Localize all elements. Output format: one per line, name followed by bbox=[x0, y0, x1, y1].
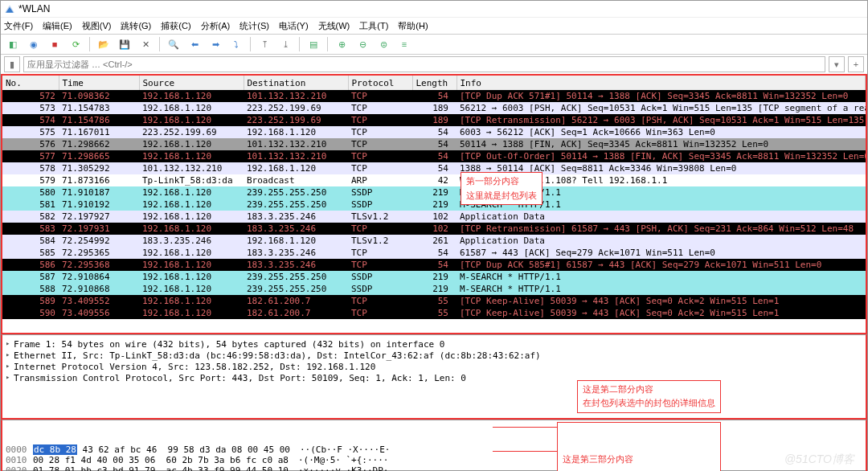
col-length[interactable]: Length bbox=[412, 76, 457, 90]
tb-resize[interactable]: ≡ bbox=[395, 35, 413, 53]
tb-zoomout[interactable]: ⊖ bbox=[354, 35, 371, 53]
col-info[interactable]: Info bbox=[457, 76, 866, 90]
annotation-3: 这是第三部分内容 左边的是封包报文的16进行数据形式 后边是16进制对应的ASC… bbox=[557, 422, 721, 471]
arrow-line bbox=[493, 427, 557, 428]
filter-bar: ▮ ▾ + bbox=[1, 55, 867, 74]
separator bbox=[299, 37, 300, 51]
packet-row[interactable]: 58973.409552192.168.1.120182.61.200.7TCP… bbox=[2, 295, 866, 307]
packet-row[interactable]: 58071.910187192.168.1.120239.255.255.250… bbox=[2, 186, 866, 199]
tree-item[interactable]: Transmission Control Protocol, Src Port:… bbox=[6, 373, 862, 383]
tb-zoom11[interactable]: ⊜ bbox=[375, 35, 392, 53]
packet-table: No. Time Source Destination Protocol Len… bbox=[2, 76, 866, 319]
toolbar: ◧ ◉ ■ ⟳ 📂 💾 ✕ 🔍 ⬅ ➡ ⤵ ⤒ ⤓ ▤ ⊕ ⊖ ⊜ ≡ bbox=[1, 35, 867, 55]
menu-item[interactable]: 视图(V) bbox=[82, 20, 112, 32]
menu-item[interactable]: 文件(F) bbox=[4, 20, 33, 32]
app-window: *WLAN 文件(F)编辑(E)视图(V)跳转(G)捕获(C)分析(A)统计(S… bbox=[0, 0, 868, 471]
separator bbox=[327, 37, 328, 51]
tb-first[interactable]: ⤒ bbox=[256, 35, 273, 53]
packet-row[interactable]: 58772.910864192.168.1.120239.255.255.250… bbox=[2, 271, 866, 283]
packet-row[interactable]: 59073.409556192.168.1.120182.61.200.7TCP… bbox=[2, 307, 866, 319]
menu-item[interactable]: 统计(S) bbox=[240, 20, 269, 32]
bookmark-icon[interactable]: ▮ bbox=[4, 56, 20, 72]
hex-line[interactable]: 001000 28 f1 4d 40 00 35 06 60 2b 7b 3a … bbox=[6, 455, 862, 465]
tb-autoscroll[interactable]: ▤ bbox=[305, 35, 322, 53]
tb-close[interactable]: ✕ bbox=[137, 35, 154, 53]
expression-button[interactable]: ▾ bbox=[829, 56, 845, 72]
col-proto[interactable]: Protocol bbox=[348, 76, 412, 90]
tb-restart[interactable]: ⟳ bbox=[67, 35, 84, 53]
menu-item[interactable]: 跳转(G) bbox=[121, 20, 151, 32]
anno1-line2: 这里就是封包列表 bbox=[466, 189, 537, 203]
packet-row[interactable]: 57371.154783192.168.1.120223.252.199.69T… bbox=[2, 102, 866, 114]
tb-find[interactable]: 🔍 bbox=[165, 35, 182, 53]
col-dest[interactable]: Destination bbox=[244, 76, 348, 90]
tb-open[interactable]: 📂 bbox=[95, 35, 113, 53]
menu-item[interactable]: 帮助(H) bbox=[398, 20, 428, 32]
table-header-row: No. Time Source Destination Protocol Len… bbox=[2, 76, 866, 90]
tree-item[interactable]: Frame 1: 54 bytes on wire (432 bits), 54… bbox=[6, 339, 862, 350]
menu-item[interactable]: 工具(T) bbox=[359, 20, 388, 32]
tb-goto[interactable]: ⤵ bbox=[227, 35, 245, 53]
tb-last[interactable]: ⤓ bbox=[276, 35, 294, 53]
col-time[interactable]: Time bbox=[59, 76, 139, 90]
packet-row[interactable]: 57771.298665192.168.1.120101.132.132.210… bbox=[2, 150, 866, 162]
tb-stop[interactable]: ■ bbox=[46, 35, 63, 53]
tb-start[interactable]: ◉ bbox=[25, 35, 43, 53]
app-icon bbox=[4, 3, 15, 14]
packet-row[interactable]: 57271.098362192.168.1.120101.132.132.210… bbox=[2, 90, 866, 102]
col-no[interactable]: No. bbox=[2, 76, 59, 90]
anno3-line1: 这是第三部分内容 bbox=[563, 453, 715, 467]
tb-next[interactable]: ➡ bbox=[207, 35, 224, 53]
separator bbox=[250, 37, 251, 51]
menu-item[interactable]: 分析(A) bbox=[201, 20, 231, 32]
annotation-2: 这是第二部分内容 在封包列表选中的封包的详细信息 bbox=[577, 380, 721, 413]
tree-item[interactable]: Ethernet II, Src: Tp-LinkT_58:d3:da (bc:… bbox=[6, 350, 862, 361]
tree-item[interactable]: Internet Protocol Version 4, Src: 123.58… bbox=[6, 362, 862, 372]
anno2-line1: 这是第二部分内容 bbox=[583, 383, 715, 397]
separator bbox=[159, 37, 160, 51]
hex-line[interactable]: 0000dc 8b 28 43 62 af bc 46 99 58 d3 da … bbox=[6, 444, 862, 455]
arrow-line bbox=[493, 451, 557, 452]
menubar: 文件(F)编辑(E)视图(V)跳转(G)捕获(C)分析(A)统计(S)电话(Y)… bbox=[1, 18, 867, 35]
packet-row[interactable]: 57971.873166Tp-LinkT_58:d3:daBroadcastAR… bbox=[2, 174, 866, 186]
packet-row[interactable]: 57871.305292101.132.132.210192.168.1.120… bbox=[2, 162, 866, 174]
title-text: *WLAN bbox=[18, 3, 50, 14]
plus-button[interactable]: + bbox=[848, 56, 864, 72]
packet-details-pane[interactable]: Frame 1: 54 bytes on wire (432 bits), 54… bbox=[1, 334, 867, 420]
packet-row[interactable]: 58272.197927192.168.1.120183.3.235.246TL… bbox=[2, 211, 866, 223]
packet-row[interactable]: 58872.910868192.168.1.120239.255.255.250… bbox=[2, 283, 866, 295]
anno1-line1: 第一部分内容 bbox=[466, 174, 537, 189]
packet-row[interactable]: 57571.167011223.252.199.69192.168.1.120T… bbox=[2, 126, 866, 138]
packet-row[interactable]: 58171.910192192.168.1.120239.255.255.250… bbox=[2, 199, 866, 211]
packet-row[interactable]: 58372.197931192.168.1.120183.3.235.246TC… bbox=[2, 223, 866, 235]
packet-row[interactable]: 58472.254992183.3.235.246192.168.1.120TL… bbox=[2, 235, 866, 247]
titlebar: *WLAN bbox=[1, 1, 867, 18]
separator bbox=[89, 37, 90, 51]
packet-row[interactable]: 58672.295368192.168.1.120183.3.235.246TC… bbox=[2, 259, 866, 271]
tb-zoomin[interactable]: ⊕ bbox=[333, 35, 350, 53]
menu-item[interactable]: 无线(W) bbox=[318, 20, 350, 32]
menu-item[interactable]: 电话(Y) bbox=[279, 20, 309, 32]
tb-prev[interactable]: ⬅ bbox=[186, 35, 203, 53]
tb-interfaces[interactable]: ◧ bbox=[4, 35, 22, 53]
annotation-1: 第一部分内容 这里就是封包列表 bbox=[461, 172, 542, 205]
packet-list-pane[interactable]: No. Time Source Destination Protocol Len… bbox=[1, 74, 867, 334]
anno2-line2: 在封包列表选中的封包的详细信息 bbox=[583, 396, 715, 411]
display-filter-input[interactable] bbox=[23, 56, 825, 72]
menu-item[interactable]: 编辑(E) bbox=[43, 20, 72, 32]
col-source[interactable]: Source bbox=[139, 76, 244, 90]
menu-item[interactable]: 捕获(C) bbox=[161, 20, 190, 32]
hex-pane[interactable]: 0000dc 8b 28 43 62 af bc 46 99 58 d3 da … bbox=[1, 420, 867, 471]
hex-line[interactable]: 002001 78 01 bb c3 bd 91 79 ac 4b 33 f9 … bbox=[6, 465, 862, 471]
tb-save[interactable]: 💾 bbox=[116, 35, 133, 53]
packet-row[interactable]: 57471.154786192.168.1.120223.252.199.69T… bbox=[2, 114, 866, 126]
packet-row[interactable]: 57671.298662192.168.1.120101.132.132.210… bbox=[2, 138, 866, 150]
packet-row[interactable]: 58572.295365192.168.1.120183.3.235.246TC… bbox=[2, 247, 866, 259]
